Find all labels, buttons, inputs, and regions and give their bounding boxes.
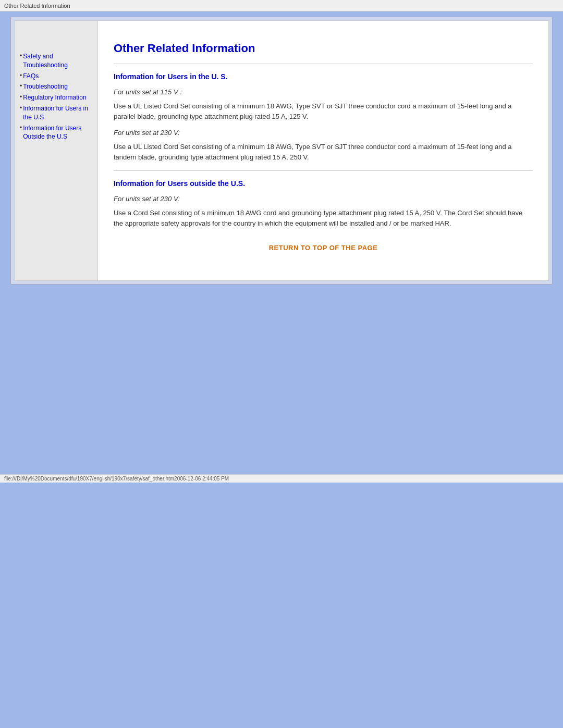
title-bar: Other Related Information: [0, 0, 563, 11]
sidebar-link-troubleshooting[interactable]: Troubleshooting: [23, 82, 68, 91]
sidebar-item-users-outside: • Information for Users Outside the U.S: [20, 124, 92, 142]
sidebar-item-troubleshooting: • Troubleshooting: [20, 82, 92, 91]
sidebar-item-faqs: • FAQs: [20, 72, 92, 81]
sidebar-item-safety: • Safety and Troubleshooting: [20, 52, 92, 70]
sidebar-nav: • Safety and Troubleshooting • FAQs • Tr…: [20, 52, 92, 141]
divider-2: [114, 170, 533, 171]
divider-1: [114, 64, 533, 64]
section1-block1-italic: For units set at 115 V :: [114, 88, 533, 96]
bullet-icon: •: [20, 124, 22, 142]
status-bar-text: file:///D|/My%20Documents/dfu/190X7/engl…: [4, 476, 229, 482]
browser-outer: • Safety and Troubleshooting • FAQs • Tr…: [10, 17, 553, 285]
sidebar-item-users-us: • Information for Users in the U.S: [20, 104, 92, 122]
browser-inner: • Safety and Troubleshooting • FAQs • Tr…: [14, 20, 549, 281]
section1-block1-body: Use a UL Listed Cord Set consisting of a…: [114, 101, 533, 121]
return-to-top-link[interactable]: RETURN TO TOP OF THE PAGE: [114, 244, 533, 252]
sidebar-link-users-us[interactable]: Information for Users in the U.S: [23, 104, 92, 122]
section1-title: Information for Users in the U. S.: [114, 72, 533, 81]
title-bar-text: Other Related Information: [4, 3, 70, 9]
section2-title: Information for Users outside the U.S.: [114, 179, 533, 188]
sidebar-link-regulatory[interactable]: Regulatory Information: [23, 93, 86, 102]
status-bar: file:///D|/My%20Documents/dfu/190X7/engl…: [0, 474, 563, 483]
sidebar-item-regulatory: • Regulatory Information: [20, 93, 92, 102]
section2-block1-body: Use a Cord Set consisting of a minimum 1…: [114, 208, 533, 228]
bullet-icon: •: [20, 72, 22, 81]
bullet-icon: •: [20, 93, 22, 102]
sidebar-link-users-outside[interactable]: Information for Users Outside the U.S: [23, 124, 92, 142]
bullet-icon: •: [20, 52, 22, 70]
section1-block2-italic: For units set at 230 V:: [114, 129, 533, 137]
bottom-area: [0, 290, 563, 472]
sidebar: • Safety and Troubleshooting • FAQs • Tr…: [15, 21, 98, 280]
sidebar-link-safety[interactable]: Safety and Troubleshooting: [23, 52, 92, 70]
main-content: Other Related Information Information fo…: [98, 21, 548, 280]
bullet-icon: •: [20, 104, 22, 122]
section1-block2-body: Use a UL Listed Cord Set consisting of a…: [114, 142, 533, 162]
section2-block1-italic: For units set at 230 V:: [114, 195, 533, 203]
bullet-icon: •: [20, 82, 22, 91]
page-title: Other Related Information: [114, 42, 533, 55]
sidebar-link-faqs[interactable]: FAQs: [23, 72, 39, 81]
